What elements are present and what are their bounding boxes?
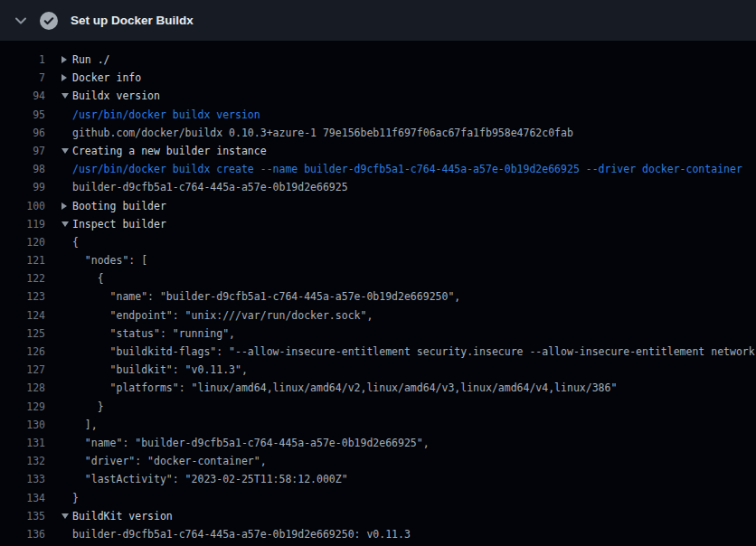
log-line-row: 132 "driver": "docker-container",: [0, 452, 756, 470]
line-number-link[interactable]: 136: [0, 525, 45, 543]
line-number-link[interactable]: 1: [0, 51, 45, 69]
line-number-link[interactable]: 134: [0, 489, 45, 507]
log-line-text: builder-d9cfb5a1-c764-445a-a57e-0b19d2e6…: [72, 525, 411, 543]
log-line-row: 129 }: [0, 398, 756, 416]
log-line-row: 121 "nodes": [: [0, 251, 756, 269]
line-number-link[interactable]: 96: [0, 124, 45, 142]
log-line-row: 96github.com/docker/buildx 0.10.3+azure-…: [0, 124, 756, 142]
log-line-text: github.com/docker/buildx 0.10.3+azure-1 …: [72, 124, 573, 142]
log-group-row[interactable]: 94Buildx version: [0, 87, 756, 105]
log-line-row: 130 ],: [0, 416, 756, 434]
line-number-link[interactable]: 135: [0, 507, 45, 525]
line-number-link[interactable]: 99: [0, 178, 45, 196]
group-expanded-arrow-icon[interactable]: [61, 93, 72, 99]
log-line-row: 122 {: [0, 269, 756, 287]
log-line-text: "nodes": [: [72, 251, 147, 269]
log-line-row: 123 "name": "builder-d9cfb5a1-c764-445a-…: [0, 287, 756, 306]
log-line-row: 133 "lastActivity": "2023-02-25T11:58:12…: [0, 470, 756, 488]
log-line-text: "platforms": "linux/amd64,linux/amd64/v2…: [72, 379, 617, 397]
log-line-text: {: [72, 269, 104, 287]
line-number-link[interactable]: 123: [0, 287, 45, 306]
log-line-text: "lastActivity": "2023-02-25T11:58:12.000…: [72, 470, 348, 488]
line-number-link[interactable]: 100: [0, 197, 45, 215]
check-circle-icon: [40, 12, 58, 30]
line-number-link[interactable]: 129: [0, 398, 45, 416]
log-line-text: }: [72, 489, 79, 507]
log-line-text: ],: [72, 416, 98, 434]
log-group-title: BuildKit version: [72, 507, 173, 525]
log-group-title: Inspect builder: [72, 215, 166, 233]
step-title: Set up Docker Buildx: [71, 14, 194, 27]
log-group-title: Booting builder: [72, 197, 166, 215]
log-line-row: 124 "endpoint": "unix:///var/run/docker.…: [0, 306, 756, 325]
log-group-row[interactable]: 135BuildKit version: [0, 507, 756, 525]
line-number-link[interactable]: 127: [0, 361, 45, 379]
line-number-link[interactable]: 94: [0, 87, 45, 105]
line-number-link[interactable]: 131: [0, 434, 45, 452]
log-group-row[interactable]: 1Run ./: [0, 51, 756, 69]
log-group-row[interactable]: 97Creating a new builder instance: [0, 142, 756, 160]
line-number-link[interactable]: 7: [0, 69, 45, 87]
group-collapsed-arrow-icon[interactable]: [61, 56, 72, 63]
log-line-text: "buildkitd-flags": "--allow-insecure-ent…: [72, 343, 755, 361]
log-line-text: "name": "builder-d9cfb5a1-c764-445a-a57e…: [72, 287, 460, 306]
log-group-title: Docker info: [72, 69, 141, 87]
line-number-link[interactable]: 128: [0, 379, 45, 397]
line-number-link[interactable]: 97: [0, 142, 45, 160]
log-line-text: {: [72, 233, 79, 251]
log-line-row: 120{: [0, 233, 756, 251]
line-number-link[interactable]: 95: [0, 106, 45, 124]
log-line-row: 127 "buildkit": "v0.11.3",: [0, 361, 756, 379]
log-line-row: 125 "status": "running",: [0, 325, 756, 343]
log-group-row[interactable]: 100Booting builder: [0, 197, 756, 215]
line-number-link[interactable]: 98: [0, 160, 45, 178]
log-line-text: "buildkit": "v0.11.3",: [72, 361, 248, 379]
log-line-text: }: [72, 398, 104, 416]
log-line-text: "driver": "docker-container",: [72, 452, 267, 470]
line-number-link[interactable]: 126: [0, 343, 45, 361]
log-line-text: builder-d9cfb5a1-c764-445a-a57e-0b19d2e6…: [72, 178, 348, 196]
log-group-row[interactable]: 119Inspect builder: [0, 215, 756, 233]
line-number-link[interactable]: 119: [0, 215, 45, 233]
line-number-link[interactable]: 121: [0, 251, 45, 269]
log-group-title: Creating a new builder instance: [72, 142, 267, 160]
log-command-text: /usr/bin/docker buildx version: [72, 106, 260, 124]
log-line-text: "endpoint": "unix:///var/run/docker.sock…: [72, 306, 373, 325]
log-line-row: 99builder-d9cfb5a1-c764-445a-a57e-0b19d2…: [0, 178, 756, 196]
log-line-text: "status": "running",: [72, 325, 235, 343]
log-line-row: 126 "buildkitd-flags": "--allow-insecure…: [0, 343, 756, 361]
log-line-text: "name": "builder-d9cfb5a1-c764-445a-a57e…: [72, 434, 430, 452]
log-group-row[interactable]: 7Docker info: [0, 69, 756, 87]
line-number-link[interactable]: 125: [0, 325, 45, 343]
log-line-row: 136builder-d9cfb5a1-c764-445a-a57e-0b19d…: [0, 525, 756, 543]
line-number-link[interactable]: 122: [0, 269, 45, 287]
line-number-link[interactable]: 130: [0, 416, 45, 434]
log-command-text: /usr/bin/docker buildx create --name bui…: [72, 160, 742, 178]
line-number-link[interactable]: 124: [0, 306, 45, 325]
log-group-title: Buildx version: [72, 87, 160, 105]
log-group-title: Run ./: [72, 51, 110, 69]
log-viewer: 1Run ./7Docker info94Buildx version95/us…: [0, 41, 756, 543]
line-number-link[interactable]: 120: [0, 233, 45, 251]
line-number-link[interactable]: 133: [0, 470, 45, 488]
group-collapsed-arrow-icon[interactable]: [61, 74, 72, 81]
log-line-row: 131 "name": "builder-d9cfb5a1-c764-445a-…: [0, 434, 756, 452]
group-expanded-arrow-icon[interactable]: [61, 221, 72, 227]
line-number-link[interactable]: 132: [0, 452, 45, 470]
group-collapsed-arrow-icon[interactable]: [61, 202, 72, 210]
log-line-row: 134}: [0, 489, 756, 507]
group-expanded-arrow-icon[interactable]: [61, 513, 72, 519]
log-line-row: 95/usr/bin/docker buildx version: [0, 106, 756, 124]
chevron-down-icon[interactable]: [13, 13, 29, 29]
log-line-row: 128 "platforms": "linux/amd64,linux/amd6…: [0, 379, 756, 397]
group-expanded-arrow-icon[interactable]: [61, 148, 72, 154]
log-line-row: 98/usr/bin/docker buildx create --name b…: [0, 160, 756, 178]
step-header[interactable]: Set up Docker Buildx: [0, 0, 756, 41]
